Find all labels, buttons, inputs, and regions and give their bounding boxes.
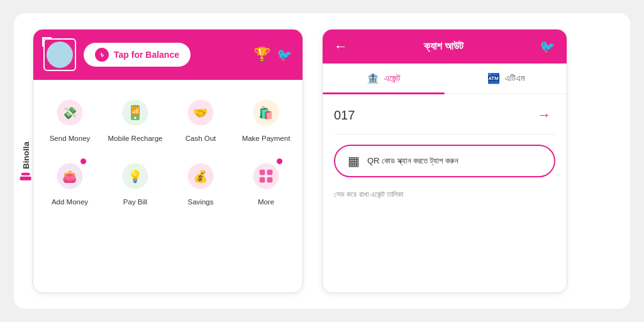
savings-icon-wrap: 💰 [183,158,218,194]
cashout-panel: ← ক্যাশ আউট 🐦 🏦 এজেন্ট 🏧 এটিএম 017 → [322,29,567,293]
add-money-icon: 👛 [55,161,85,191]
menu-item-more[interactable]: More [236,153,296,212]
menu-item-pay-bill[interactable]: 💡 Pay Bill [105,153,165,212]
pay-bill-label: Pay Bill [123,197,147,207]
more-label: More [258,197,274,207]
cash-out-icon-wrap: 🤝 [183,95,218,130]
make-payment-icon: 🛍️ [251,97,281,128]
brand-label: Binolla [20,142,31,180]
send-money-icon: 💸 [55,97,85,128]
cash-out-label: Cash Out [186,134,216,143]
avatar-scan-frame [43,38,76,71]
add-money-label: Add Money [52,197,88,207]
add-money-badge [80,158,86,164]
app-container: Binolla ৳ Tap for Balance 🏆 🐦 [14,13,630,309]
send-money-label: Send Money [50,134,91,143]
menu-item-send-money[interactable]: 💸 Send Money [40,90,100,148]
brand-logo [20,173,31,180]
pay-bill-icon-wrap: 💡 [118,158,153,194]
logo-bar1 [20,177,31,180]
svg-text:🤝: 🤝 [193,106,208,120]
atm-tab-label: এটিএম [505,73,525,84]
balance-button[interactable]: ৳ Tap for Balance [84,43,191,67]
phone-header: ৳ Tap for Balance 🏆 🐦 [33,30,303,80]
make-payment-icon-wrap: 🛍️ [248,95,284,130]
brand-name: Binolla [21,142,30,169]
svg-rect-19 [260,177,265,183]
tab-agent[interactable]: 🏦 এজেন্ট [323,64,445,93]
saved-agents-label: সেভ করে রাখা এজেন্ট তালিকা [334,190,555,199]
qr-button-label: QR কোড স্ক্যান করতে ট্যাপ করুন [367,156,458,166]
cashout-title: ক্যাশ আউট [348,40,540,53]
balance-currency-icon: ৳ [95,48,109,62]
svg-point-16 [253,163,279,189]
trophy-icon[interactable]: 🏆 [253,47,270,63]
svg-text:💡: 💡 [128,169,143,184]
savings-icon: 💰 [186,161,216,191]
svg-text:💸: 💸 [62,106,77,120]
svg-rect-18 [267,170,273,175]
logo-bar2 [21,173,30,175]
send-money-icon-wrap: 💸 [52,95,87,130]
phone-number-input[interactable]: 017 [334,108,355,123]
more-badge [277,158,282,164]
agent-tab-icon: 🏦 [367,72,379,84]
header-icons: 🏆 🐦 [253,47,292,63]
qr-icon: ▦ [348,153,360,169]
more-icon-wrap [248,158,284,194]
svg-rect-20 [267,177,273,183]
make-payment-label: Make Payment [242,134,291,143]
svg-text:🛍️: 🛍️ [258,106,274,120]
svg-text:👛: 👛 [62,169,77,184]
menu-grid: 💸 Send Money 📶 Mobile Recharge [33,80,303,222]
arrow-right-icon: → [537,107,551,123]
balance-label: Tap for Balance [114,50,179,60]
svg-rect-17 [260,170,265,175]
add-money-icon-wrap: 👛 [52,158,87,194]
qr-scan-button[interactable]: ▦ QR কোড স্ক্যান করতে ট্যাপ করুন [334,145,555,177]
pay-bill-icon: 💡 [120,161,150,191]
more-icon [251,161,281,191]
number-input-row: 017 → [334,104,555,135]
cashout-header: ← ক্যাশ আউট 🐦 [323,30,567,64]
cashout-body: 017 → ▦ QR কোড স্ক্যান করতে ট্যাপ করুন স… [323,94,567,292]
menu-item-savings[interactable]: 💰 Savings [170,153,231,212]
back-button[interactable]: ← [334,38,348,55]
atm-tab-icon: 🏧 [487,72,500,84]
cashout-tabs: 🏦 এজেন্ট 🏧 এটিএম [323,64,567,94]
svg-text:📶: 📶 [131,106,140,115]
go-button[interactable]: → [533,104,555,126]
menu-item-make-payment[interactable]: 🛍️ Make Payment [236,90,296,148]
origami-icon-right[interactable]: 🐦 [540,39,555,54]
origami-icon-left[interactable]: 🐦 [277,47,292,62]
mobile-recharge-icon: 📶 [120,97,150,128]
agent-tab-label: এজেন্ট [384,73,401,84]
left-panel: ৳ Tap for Balance 🏆 🐦 💸 Send Money [33,29,303,293]
menu-item-add-money[interactable]: 👛 Add Money [40,153,100,212]
mobile-recharge-label: Mobile Recharge [108,134,163,143]
mobile-recharge-icon-wrap: 📶 [118,95,153,130]
cash-out-icon: 🤝 [186,97,216,128]
svg-text:💰: 💰 [193,169,208,184]
svg-point-4 [134,117,136,119]
tab-atm[interactable]: 🏧 এটিএম [445,64,567,93]
menu-item-cash-out[interactable]: 🤝 Cash Out [170,90,231,148]
savings-label: Savings [188,197,214,207]
menu-item-mobile-recharge[interactable]: 📶 Mobile Recharge [105,90,165,148]
